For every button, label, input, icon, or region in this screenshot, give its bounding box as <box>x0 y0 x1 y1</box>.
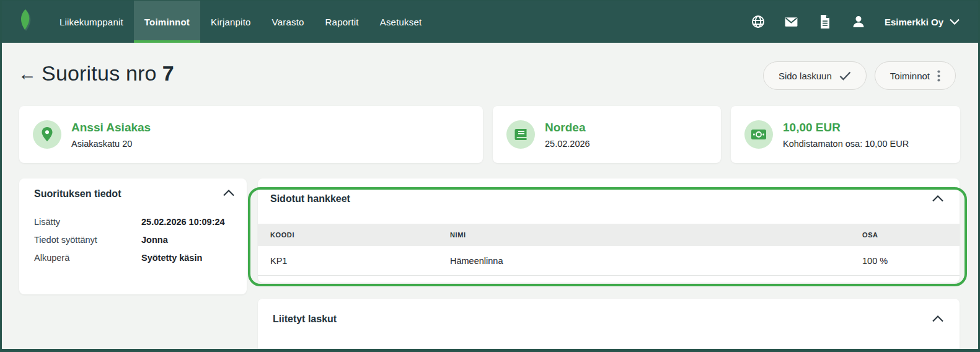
user-button[interactable] <box>851 14 866 29</box>
kebab-menu-icon <box>937 70 940 82</box>
linked-invoices-panel: Liitetyt laskut <box>258 299 960 352</box>
column-header-koodi: KOODI <box>258 231 438 239</box>
nav-item-asetukset[interactable]: Asetukset <box>369 1 433 43</box>
payer-name: Anssi Asiakas <box>71 120 151 135</box>
documents-button[interactable] <box>818 14 832 29</box>
project-name: Hämeenlinna <box>438 256 850 266</box>
page-title-number: 7 <box>162 61 174 85</box>
banknote-icon <box>744 120 773 149</box>
chevron-up-icon <box>932 193 943 204</box>
detail-value: 25.02.2026 10:09:24 <box>141 217 225 227</box>
detail-label: Tiedot syöttänyt <box>34 235 141 245</box>
page-title: Suoritus nro7 <box>42 61 174 86</box>
nav-item-liikekumppanit[interactable]: Liikekumppanit <box>49 1 134 43</box>
chevron-up-icon <box>223 188 234 198</box>
column-header-nimi: NIMI <box>438 231 850 239</box>
project-code: KP1 <box>258 256 438 266</box>
actions-button[interactable]: Toiminnot <box>875 61 956 90</box>
document-icon <box>818 14 832 29</box>
globe-icon <box>751 14 766 29</box>
nav-utilities: Esimerkki Oy <box>751 1 978 43</box>
actions-label: Toiminnot <box>890 71 930 81</box>
detail-value: Syötetty käsin <box>141 253 202 263</box>
projects-table-header: KOODI NIMI OSA <box>258 224 960 246</box>
detail-row-entered-by: Tiedot syöttänyt Jonna <box>34 235 232 245</box>
company-menu[interactable]: Esimerkki Oy <box>885 16 960 27</box>
project-share: 100 % <box>850 256 960 266</box>
payment-details-panel: Suorituksen tiedot Lisätty 25.02.2026 10… <box>19 178 247 294</box>
detail-label: Alkuperä <box>34 253 141 263</box>
bind-to-invoice-button[interactable]: Sido laskuun <box>763 61 867 90</box>
detail-label: Lisätty <box>34 217 141 227</box>
page-title-text: Suoritus nro <box>42 61 157 85</box>
nav-item-kirjanpito[interactable]: Kirjanpito <box>200 1 262 43</box>
book-icon <box>506 120 535 149</box>
nav-item-toiminnot[interactable]: Toiminnot <box>134 1 200 43</box>
top-nav: Liikekumppanit Toiminnot Kirjanpito Vara… <box>2 1 978 43</box>
location-pin-icon <box>33 120 61 149</box>
main-menu: Liikekumppanit Toiminnot Kirjanpito Vara… <box>49 1 432 43</box>
payer-card: Anssi Asiakas Asiakaskatu 20 <box>19 106 483 163</box>
amount-card: 10,00 EUR Kohdistamaton osa: 10,00 EUR <box>731 106 960 163</box>
back-button[interactable]: ← <box>18 64 37 83</box>
nav-item-varasto[interactable]: Varasto <box>262 1 315 43</box>
company-name: Esimerkki Oy <box>885 17 943 27</box>
unallocated-amount: Kohdistamaton osa: 10,00 EUR <box>783 139 909 149</box>
bank-card: Nordea 25.02.2026 <box>493 106 721 163</box>
details-rows: Lisätty 25.02.2026 10:09:24 Tiedot syött… <box>34 217 232 263</box>
collapse-details-button[interactable] <box>223 188 234 199</box>
app-logo[interactable] <box>2 1 49 43</box>
bound-projects-panel: Sidotut hankkeet KOODI NIMI OSA KP1 Häme… <box>258 178 960 283</box>
detail-row-added: Lisätty 25.02.2026 10:09:24 <box>34 217 232 227</box>
nav-item-raportit[interactable]: Raportit <box>315 1 369 43</box>
app-window: Liikekumppanit Toiminnot Kirjanpito Vara… <box>0 0 980 352</box>
collapse-projects-button[interactable] <box>932 193 943 205</box>
bind-to-invoice-label: Sido laskuun <box>779 71 832 81</box>
detail-row-origin: Alkuperä Syötetty käsin <box>34 253 232 263</box>
messages-button[interactable] <box>784 14 799 29</box>
check-icon <box>839 71 851 81</box>
mail-icon <box>784 14 799 30</box>
linked-invoices-title: Liitetyt laskut <box>273 314 945 325</box>
amount-value: 10,00 EUR <box>783 120 909 135</box>
language-button[interactable] <box>751 14 766 29</box>
chevron-down-icon <box>950 16 960 27</box>
user-icon <box>851 14 866 29</box>
chevron-up-icon <box>932 314 943 324</box>
bank-name: Nordea <box>545 120 590 135</box>
payment-details-title: Suorituksen tiedot <box>34 188 232 200</box>
detail-value: Jonna <box>141 235 168 245</box>
payer-address: Asiakaskatu 20 <box>71 139 151 149</box>
page-actions: Sido laskuun Toiminnot <box>763 61 956 90</box>
payment-date: 25.02.2026 <box>545 139 590 149</box>
leaf-icon <box>16 8 35 35</box>
collapse-invoices-button[interactable] <box>932 314 943 325</box>
bound-projects-title: Sidotut hankkeet <box>258 178 960 205</box>
project-table-row[interactable]: KP1 Hämeenlinna 100 % <box>258 246 960 276</box>
column-header-osa: OSA <box>850 231 960 239</box>
